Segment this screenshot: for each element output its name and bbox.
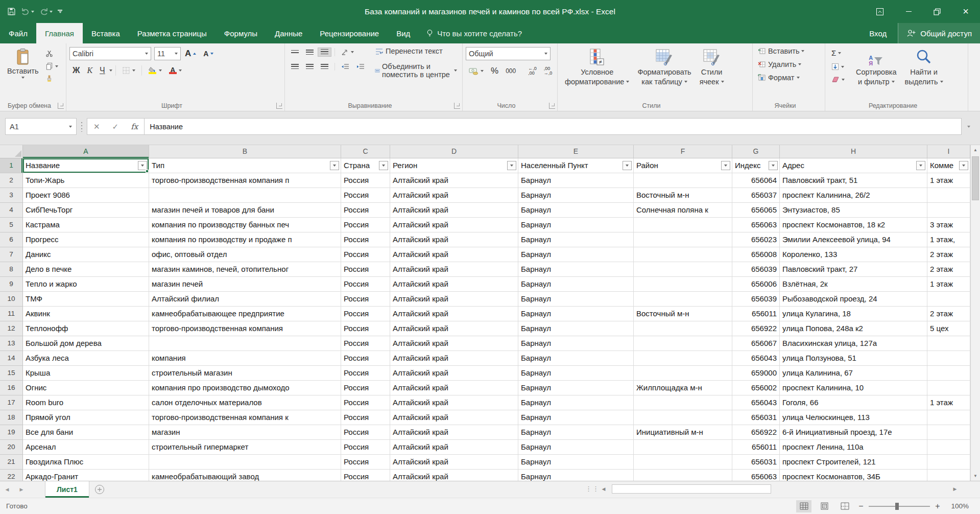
formula-bar-collapse-button[interactable] bbox=[962, 118, 976, 135]
cell[interactable] bbox=[634, 173, 732, 188]
scroll-down-icon[interactable]: ▼ bbox=[971, 471, 980, 481]
cell[interactable]: 656064 bbox=[732, 173, 780, 188]
align-left-button[interactable] bbox=[288, 62, 302, 72]
column-header-I[interactable]: I bbox=[927, 145, 970, 158]
row-header-14[interactable]: 14 bbox=[0, 351, 23, 366]
decrease-font-button[interactable]: А bbox=[200, 49, 217, 59]
fill-button[interactable] bbox=[828, 61, 848, 72]
page-break-view-button[interactable] bbox=[837, 500, 852, 512]
cell[interactable] bbox=[634, 262, 732, 277]
cell[interactable]: Солнечная поляна к bbox=[634, 203, 732, 218]
cell[interactable]: строительный гипермаркет bbox=[149, 440, 341, 455]
decrease-indent-button[interactable] bbox=[338, 62, 352, 72]
cell[interactable] bbox=[927, 292, 970, 307]
cell[interactable]: улица Ползунова, 51 bbox=[780, 351, 927, 366]
cell[interactable] bbox=[927, 470, 970, 481]
cell[interactable]: Room buro bbox=[23, 395, 149, 410]
row-header-16[interactable]: 16 bbox=[0, 381, 23, 395]
cell[interactable]: 2 этаж bbox=[927, 307, 970, 321]
row-header-15[interactable]: 15 bbox=[0, 366, 23, 381]
cell[interactable]: Барнаул bbox=[518, 247, 634, 262]
underline-button[interactable]: Ч bbox=[97, 64, 108, 77]
cell[interactable]: 656002 bbox=[732, 381, 780, 395]
cell[interactable]: Россия bbox=[341, 366, 390, 381]
cell[interactable]: Россия bbox=[341, 470, 390, 481]
cell[interactable]: улица Челюскинцев, 113 bbox=[780, 410, 927, 425]
cell[interactable]: Прогресс bbox=[23, 232, 149, 247]
cell[interactable]: Россия bbox=[341, 351, 390, 366]
cell[interactable]: проспект Космонавтов, 34Б bbox=[780, 470, 927, 481]
cell[interactable]: 656006 bbox=[732, 277, 780, 292]
cell[interactable]: Барнаул bbox=[518, 218, 634, 232]
cell[interactable]: Алтайский край bbox=[390, 173, 518, 188]
cell[interactable]: Эмилии Алексеевой улица, 94 bbox=[780, 232, 927, 247]
underline-dropdown-icon[interactable] bbox=[109, 69, 112, 72]
cell[interactable]: Проект 9086 bbox=[23, 188, 149, 203]
cell[interactable]: Россия bbox=[341, 321, 390, 336]
cell[interactable]: компания по производству банных печ bbox=[149, 218, 341, 232]
cell[interactable]: Алтайский край bbox=[390, 470, 518, 481]
filter-button[interactable] bbox=[330, 161, 339, 170]
cell[interactable]: Россия bbox=[341, 232, 390, 247]
tab-Формулы[interactable]: Формулы bbox=[216, 23, 266, 43]
cell[interactable]: Россия bbox=[341, 381, 390, 395]
cell[interactable]: офис, оптовый отдел bbox=[149, 247, 341, 262]
font-color-button[interactable]: А bbox=[166, 66, 185, 76]
align-bottom-button[interactable] bbox=[318, 48, 331, 57]
cell[interactable]: Барнаул bbox=[518, 292, 634, 307]
italic-button[interactable]: К bbox=[84, 64, 95, 77]
hscroll-right-icon[interactable]: ▶ bbox=[949, 483, 961, 495]
align-top-button[interactable] bbox=[288, 49, 302, 56]
cell[interactable]: 1 этаж bbox=[927, 395, 970, 410]
cell[interactable]: салон отделочных материалов bbox=[149, 395, 341, 410]
cell[interactable]: Россия bbox=[341, 307, 390, 321]
cell[interactable]: Алтайский край bbox=[390, 203, 518, 218]
zoom-out-button[interactable]: − bbox=[857, 502, 865, 511]
cell[interactable]: улица Кулагина, 18 bbox=[780, 307, 927, 321]
tab-Файл[interactable]: Файл bbox=[0, 23, 36, 43]
cell[interactable]: Барнаул bbox=[518, 262, 634, 277]
format-painter-button[interactable] bbox=[42, 74, 61, 84]
comma-style-button[interactable]: 000 bbox=[503, 66, 519, 76]
cell[interactable]: Алтайский край bbox=[390, 277, 518, 292]
cell[interactable]: 659000 bbox=[732, 366, 780, 381]
cell[interactable]: Павловский тракт, 51 bbox=[780, 173, 927, 188]
cell[interactable]: Россия bbox=[341, 247, 390, 262]
cell[interactable]: проспект Космонавтов, 18 к2 bbox=[780, 218, 927, 232]
row-header-5[interactable]: 5 bbox=[0, 218, 23, 232]
cell[interactable]: 656031 bbox=[732, 410, 780, 425]
cell[interactable]: проспект Калинина, 10 bbox=[780, 381, 927, 395]
new-sheet-button[interactable] bbox=[89, 481, 110, 498]
cell[interactable]: Алтайский край bbox=[390, 410, 518, 425]
cell[interactable]: Энтузиастов, 85 bbox=[780, 203, 927, 218]
tell-me-box[interactable]: Что вы хотите сделать? bbox=[419, 23, 529, 43]
delete-cells-button[interactable]: Удалить bbox=[756, 59, 822, 69]
redo-dropdown-icon[interactable] bbox=[50, 11, 53, 13]
column-header-B[interactable]: B bbox=[149, 145, 341, 158]
name-box[interactable]: A1 bbox=[5, 118, 77, 135]
cell[interactable]: проспект Строителей, 121 bbox=[780, 455, 927, 470]
cut-button[interactable] bbox=[42, 48, 61, 59]
filter-button[interactable] bbox=[507, 161, 516, 170]
row-header-2[interactable]: 2 bbox=[0, 173, 23, 188]
cell[interactable]: Россия bbox=[341, 455, 390, 470]
cell[interactable]: 3 этаж bbox=[927, 218, 970, 232]
cell[interactable]: торгово-производственная компания к bbox=[149, 410, 341, 425]
cell[interactable]: Барнаул bbox=[518, 455, 634, 470]
cell[interactable]: 656011 bbox=[732, 307, 780, 321]
cell[interactable]: 656063 bbox=[732, 470, 780, 481]
redo-button[interactable] bbox=[39, 8, 53, 16]
cell[interactable] bbox=[634, 366, 732, 381]
cell[interactable]: Россия bbox=[341, 425, 390, 440]
cell[interactable]: Алтайский филиал bbox=[149, 292, 341, 307]
zoom-slider-thumb[interactable] bbox=[895, 503, 899, 510]
sheet-nav-prev-button[interactable]: ◀ bbox=[0, 481, 14, 498]
cell[interactable] bbox=[927, 425, 970, 440]
filter-button[interactable] bbox=[959, 161, 968, 170]
cell[interactable] bbox=[927, 203, 970, 218]
format-as-table-button[interactable]: Форматировать как таблицу bbox=[633, 46, 695, 88]
cell[interactable] bbox=[927, 440, 970, 455]
accounting-format-button[interactable] bbox=[466, 66, 487, 77]
cell[interactable]: Аркадо-Гранит bbox=[23, 470, 149, 481]
cell[interactable]: 656922 bbox=[732, 321, 780, 336]
